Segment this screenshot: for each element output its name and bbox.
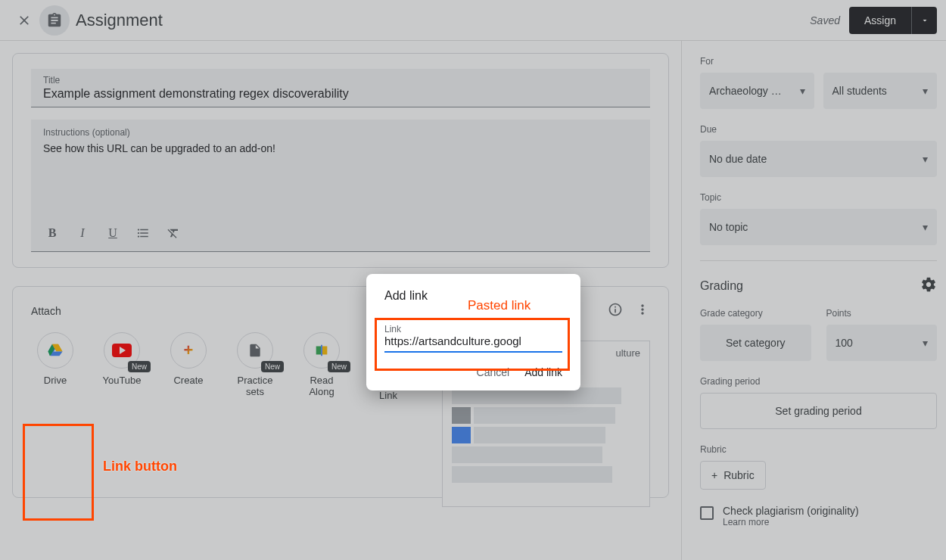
add-link-button[interactable]: Add link [524,366,562,378]
add-link-modal: Add link Link Cancel Add link [366,274,580,390]
link-input[interactable] [384,334,562,347]
link-field-label: Link [384,324,562,334]
cancel-button[interactable]: Cancel [477,366,510,378]
modal-title: Add link [384,289,562,303]
